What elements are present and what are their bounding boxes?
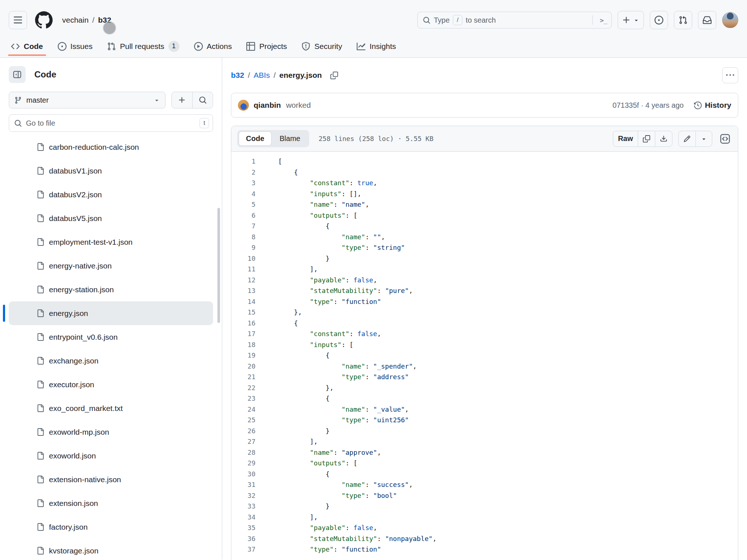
- tab-issues[interactable]: Issues: [52, 35, 99, 57]
- tree-file-item[interactable]: extension-native.json: [9, 468, 213, 491]
- code-line: 13 "stateMutability": "pure",: [231, 285, 738, 296]
- line-number[interactable]: 29: [231, 459, 255, 467]
- line-number[interactable]: 30: [231, 470, 255, 478]
- line-number[interactable]: 5: [231, 201, 255, 208]
- global-search-input[interactable]: Type / to search >_: [417, 12, 612, 28]
- line-number[interactable]: 13: [231, 287, 255, 294]
- copy-path-button[interactable]: [328, 69, 341, 82]
- raw-button[interactable]: Raw: [613, 131, 638, 146]
- edit-dropdown-button[interactable]: [695, 131, 712, 146]
- search-tree-button[interactable]: [192, 92, 213, 108]
- commit-author-avatar[interactable]: [238, 100, 249, 111]
- create-new-button[interactable]: [618, 11, 644, 29]
- line-number[interactable]: 18: [231, 341, 255, 348]
- download-raw-button[interactable]: [655, 131, 672, 146]
- line-number[interactable]: 7: [231, 222, 255, 230]
- goto-file-input[interactable]: Go to file t: [9, 114, 213, 132]
- breadcrumb-dir-link[interactable]: ABIs: [254, 71, 270, 80]
- org-link[interactable]: vechain: [62, 16, 88, 24]
- line-number[interactable]: 9: [231, 244, 255, 251]
- line-number[interactable]: 11: [231, 265, 255, 273]
- line-source: },: [278, 308, 302, 316]
- tree-file-item[interactable]: carbon-reduction-calc.json: [9, 135, 213, 159]
- line-number[interactable]: 36: [231, 535, 255, 542]
- line-number[interactable]: 15: [231, 308, 255, 316]
- line-number[interactable]: 8: [231, 233, 255, 241]
- line-number[interactable]: 27: [231, 438, 255, 445]
- line-number[interactable]: 19: [231, 351, 255, 359]
- line-number[interactable]: 31: [231, 481, 255, 488]
- tab-pull-requests[interactable]: Pull requests 1: [101, 35, 185, 57]
- line-number[interactable]: 3: [231, 179, 255, 187]
- issues-dashboard-button[interactable]: [650, 11, 668, 29]
- tree-actions-group: [171, 92, 213, 108]
- line-number[interactable]: 35: [231, 524, 255, 532]
- tab-insights[interactable]: Insights: [351, 35, 402, 57]
- line-number[interactable]: 21: [231, 373, 255, 381]
- line-number[interactable]: 14: [231, 298, 255, 305]
- line-number[interactable]: 10: [231, 255, 255, 262]
- edit-file-button[interactable]: [679, 131, 695, 146]
- inbox-button[interactable]: [698, 11, 716, 29]
- new-file-button[interactable]: [172, 92, 192, 108]
- tree-file-item[interactable]: energy-station.json: [9, 278, 213, 301]
- tree-scrollbar-thumb[interactable]: [217, 208, 220, 323]
- tree-file-item[interactable]: employment-test-v1.json: [9, 230, 213, 254]
- command-palette-icon[interactable]: >_: [600, 16, 607, 24]
- tree-file-item[interactable]: kvstorage.json: [9, 539, 213, 560]
- line-number[interactable]: 1: [231, 157, 255, 165]
- collapse-sidebar-button[interactable]: [9, 66, 26, 83]
- pull-requests-dashboard-button[interactable]: [674, 11, 692, 29]
- tree-file-item[interactable]: exo_coord_market.txt: [9, 396, 213, 420]
- tree-file-item[interactable]: energy.json: [9, 301, 213, 325]
- line-number[interactable]: 4: [231, 190, 255, 198]
- issue-opened-icon: [58, 42, 67, 51]
- tab-security[interactable]: Security: [296, 35, 348, 57]
- commit-message[interactable]: worked: [286, 101, 311, 110]
- tree-file-item[interactable]: factory.json: [9, 515, 213, 539]
- line-number[interactable]: 23: [231, 395, 255, 402]
- line-number[interactable]: 26: [231, 427, 255, 435]
- line-number[interactable]: 6: [231, 212, 255, 219]
- user-avatar[interactable]: [722, 12, 738, 28]
- tree-file-item[interactable]: executor.json: [9, 373, 213, 396]
- tree-file-item[interactable]: entrypoint_v0.6.json: [9, 325, 213, 349]
- line-number[interactable]: 12: [231, 276, 255, 284]
- line-number[interactable]: 17: [231, 330, 255, 338]
- tree-file-item[interactable]: databusV1.json: [9, 159, 213, 183]
- repo-link[interactable]: b32: [98, 16, 111, 24]
- github-logo-icon[interactable]: [35, 11, 53, 29]
- tree-file-item[interactable]: databusV2.json: [9, 183, 213, 206]
- tree-file-item[interactable]: extension.json: [9, 491, 213, 515]
- line-number[interactable]: 16: [231, 319, 255, 327]
- file-more-options-button[interactable]: [722, 67, 738, 83]
- line-number[interactable]: 33: [231, 502, 255, 510]
- branch-selector[interactable]: master: [9, 92, 166, 108]
- tab-actions[interactable]: Actions: [188, 35, 238, 57]
- line-number[interactable]: 25: [231, 416, 255, 424]
- breadcrumb-repo-link[interactable]: b32: [231, 71, 244, 80]
- tab-code-view[interactable]: Code: [239, 132, 272, 146]
- tree-file-item[interactable]: exoworld-mp.json: [9, 420, 213, 444]
- tree-file-item[interactable]: energy-native.json: [9, 254, 213, 278]
- line-number[interactable]: 28: [231, 449, 255, 456]
- history-button[interactable]: History: [694, 101, 731, 110]
- tree-file-item[interactable]: databusV5.json: [9, 206, 213, 230]
- copy-raw-button[interactable]: [638, 131, 655, 146]
- code-line: 21 "type": "address": [231, 372, 738, 382]
- line-number[interactable]: 2: [231, 168, 255, 176]
- line-number[interactable]: 20: [231, 362, 255, 370]
- hamburger-menu-button[interactable]: [9, 11, 27, 29]
- tree-file-item[interactable]: exoworld.json: [9, 444, 213, 468]
- tab-blame-view[interactable]: Blame: [272, 132, 308, 146]
- line-number[interactable]: 22: [231, 384, 255, 392]
- symbols-panel-button[interactable]: [718, 132, 732, 146]
- line-number[interactable]: 24: [231, 405, 255, 413]
- line-number[interactable]: 37: [231, 545, 255, 553]
- tab-code[interactable]: Code: [5, 35, 49, 57]
- tab-projects[interactable]: Projects: [240, 35, 293, 57]
- tree-file-item[interactable]: exchange.json: [9, 349, 213, 373]
- line-number[interactable]: 32: [231, 492, 255, 499]
- line-number[interactable]: 34: [231, 513, 255, 521]
- commit-author-name[interactable]: qianbin: [254, 101, 281, 110]
